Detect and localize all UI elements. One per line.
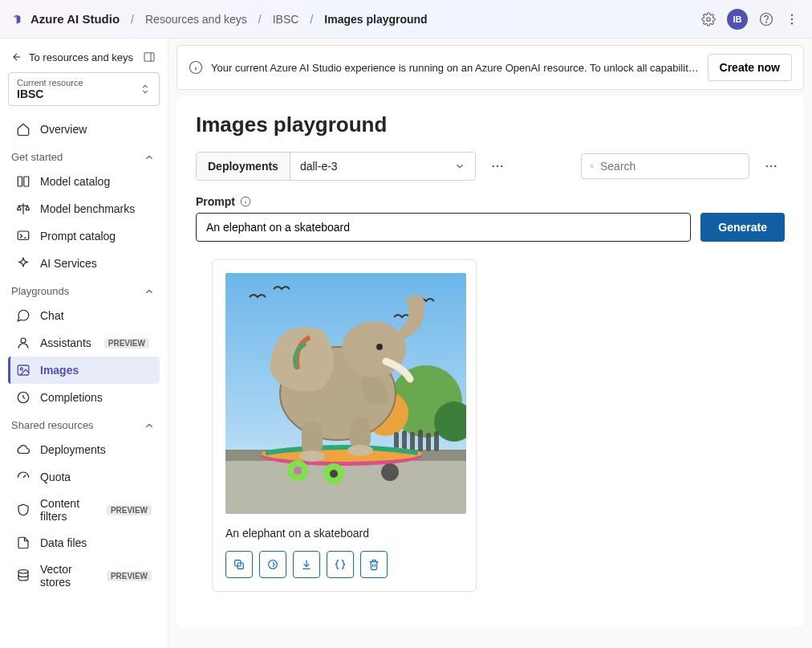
section-label: Playgrounds: [11, 285, 69, 297]
back-link[interactable]: To resources and keys: [11, 51, 133, 63]
info-icon: [189, 60, 203, 75]
app-shell: To resources and keys Current resource I…: [0, 39, 812, 648]
resource-selector[interactable]: Current resource IBSC: [8, 72, 160, 106]
toolbar-overflow-button[interactable]: [757, 152, 785, 181]
more-options-button[interactable]: [484, 152, 511, 181]
nav-label: Model catalog: [40, 175, 110, 188]
svg-rect-11: [18, 365, 29, 375]
completions-icon: [16, 390, 30, 405]
nav-assistants[interactable]: Assistants PREVIEW: [8, 329, 160, 357]
create-now-button[interactable]: Create now: [708, 54, 792, 81]
svg-point-0: [707, 17, 711, 21]
chevron-up-icon: [144, 152, 155, 163]
banner-text: Your current Azure AI Studio experience …: [211, 62, 700, 74]
svg-rect-9: [18, 231, 29, 240]
page-title: Images playground: [196, 112, 785, 137]
section-playgrounds[interactable]: Playgrounds: [8, 277, 160, 302]
section-shared[interactable]: Shared resources: [8, 411, 160, 436]
svg-point-50: [376, 344, 383, 350]
copy-button[interactable]: [225, 551, 253, 578]
preview-badge: PREVIEW: [107, 505, 152, 516]
result-caption: An elephant on a skateboard: [225, 527, 463, 540]
deployments-label: Deployments: [197, 153, 290, 180]
svg-rect-8: [24, 177, 29, 186]
prompt-input[interactable]: [196, 213, 691, 242]
chevron-down-icon: [454, 161, 465, 172]
sparkle-icon: [16, 256, 30, 271]
svg-point-3: [791, 14, 793, 15]
result-actions: [225, 551, 463, 578]
svg-rect-33: [418, 430, 423, 451]
help-icon[interactable]: [759, 12, 773, 26]
nav-completions[interactable]: Completions: [8, 384, 160, 411]
search-input[interactable]: [600, 160, 741, 173]
svg-point-48: [347, 445, 373, 456]
crumb-separator: /: [131, 13, 134, 26]
scales-icon: [16, 202, 30, 216]
delete-button[interactable]: [360, 551, 388, 578]
nav-chat[interactable]: Chat: [8, 302, 160, 329]
nav-data-files[interactable]: Data files: [8, 529, 160, 556]
chevron-updown-icon: [140, 84, 151, 95]
svg-point-19: [591, 165, 593, 167]
search-box[interactable]: [581, 153, 749, 179]
download-button[interactable]: [293, 551, 320, 578]
nav-images[interactable]: Images: [8, 357, 160, 384]
nav-label: Vector stores: [40, 563, 94, 589]
sidebar: To resources and keys Current resource I…: [0, 39, 168, 648]
crumb-separator: /: [310, 13, 313, 26]
gauge-icon: [16, 470, 30, 484]
info-icon[interactable]: [240, 196, 251, 207]
panel-collapse-icon[interactable]: [142, 50, 156, 64]
image-icon: [16, 363, 30, 377]
nav-model-benchmarks[interactable]: Model benchmarks: [8, 195, 160, 222]
svg-point-39: [294, 467, 302, 475]
svg-point-42: [381, 463, 399, 481]
file-icon: [16, 536, 30, 550]
nav-label: Completions: [40, 391, 103, 404]
svg-point-53: [269, 560, 278, 569]
svg-point-20: [765, 165, 768, 168]
nav-prompt-catalog[interactable]: Prompt catalog: [8, 222, 160, 250]
svg-rect-31: [402, 430, 407, 451]
svg-rect-32: [410, 432, 415, 451]
svg-point-5: [791, 22, 793, 24]
settings-icon[interactable]: [701, 12, 716, 26]
svg-point-14: [18, 570, 28, 574]
arrow-left-icon: [11, 51, 22, 63]
nav-ai-services[interactable]: AI Services: [8, 250, 160, 277]
svg-rect-35: [434, 431, 439, 451]
user-avatar[interactable]: IB: [727, 9, 748, 30]
breadcrumb-item[interactable]: Resources and keys: [145, 13, 247, 26]
json-button[interactable]: [327, 551, 354, 578]
nav-quota[interactable]: Quota: [8, 463, 160, 491]
deployment-dropdown[interactable]: dall-e-3: [290, 153, 475, 180]
generate-button[interactable]: Generate: [700, 213, 785, 242]
nav-label: Prompt catalog: [40, 230, 116, 242]
nav-vector-stores[interactable]: Vector stores PREVIEW: [8, 556, 160, 595]
nav-overview[interactable]: Overview: [8, 116, 160, 143]
resource-label: Current resource: [17, 78, 83, 88]
regenerate-button[interactable]: [259, 551, 286, 578]
more-horizontal-icon: [490, 159, 505, 173]
deployment-selector: Deployments dall-e-3: [196, 152, 476, 181]
svg-point-21: [770, 165, 773, 168]
breadcrumb-item[interactable]: IBSC: [273, 13, 299, 26]
nav-model-catalog[interactable]: Model catalog: [8, 168, 160, 195]
prompt-row: Generate: [196, 213, 785, 242]
brand-name[interactable]: Azure AI Studio: [30, 12, 120, 26]
nav-label: Overview: [40, 123, 87, 136]
database-icon: [16, 569, 30, 583]
nav-label: Quota: [40, 471, 71, 483]
section-label: Shared resources: [11, 419, 94, 431]
nav-label: Data files: [40, 536, 87, 549]
preview-badge: PREVIEW: [107, 571, 152, 581]
nav-content-filters[interactable]: Content filters PREVIEW: [8, 491, 160, 529]
generated-image[interactable]: [225, 273, 466, 514]
more-horizontal-icon: [764, 159, 778, 173]
more-vertical-icon[interactable]: [785, 12, 799, 26]
nav-deployments[interactable]: Deployments: [8, 436, 160, 463]
preview-badge: PREVIEW: [104, 338, 149, 348]
section-get-started[interactable]: Get started: [8, 143, 160, 168]
header-actions: IB: [701, 9, 799, 30]
